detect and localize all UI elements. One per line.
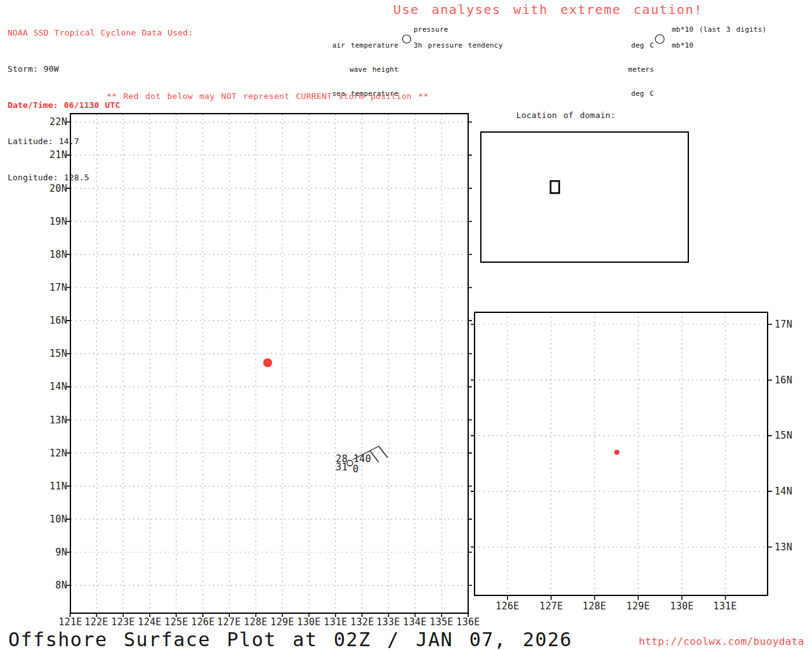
africa-coastline <box>481 176 511 222</box>
x-tick-label: 123E <box>111 616 135 628</box>
inset-x-tick-label: 128E <box>580 600 609 612</box>
inset-x-tick-label: 130E <box>667 600 697 612</box>
storm-id-line: Storm: 90W <box>8 63 193 75</box>
y-tick-label: 21N <box>41 149 67 161</box>
new-guinea-island <box>556 197 568 204</box>
x-tick-label: 128E <box>244 616 268 628</box>
palau-island <box>426 588 431 614</box>
java-island <box>542 202 547 203</box>
world-map-border <box>481 132 688 262</box>
inset-x-tick-label: 127E <box>537 600 566 612</box>
domain-rectangle <box>551 181 560 193</box>
units-legend-left: deg C meters deg C <box>603 26 654 106</box>
pressure-label: pressure <box>414 26 449 34</box>
australia-coastline <box>546 205 569 225</box>
inset-y-tick-label: 17N <box>775 319 804 330</box>
inset-map-gridlines-horizontal <box>475 324 768 547</box>
y-tick-label: 20N <box>41 183 67 194</box>
greenland-coastline <box>657 139 672 154</box>
bohol-island <box>145 519 164 536</box>
sri-lanka-island <box>527 192 528 193</box>
dinagat-island <box>191 505 195 521</box>
x-tick-label: 127E <box>217 616 241 628</box>
offshore-surface-plot-page: NOAA SSD Tropical Cyclone Data Used: Sto… <box>0 0 812 650</box>
inset-map-axis-ticks <box>471 324 772 600</box>
y-tick-label: 16N <box>41 315 67 326</box>
y-tick-label: 12N <box>41 448 67 459</box>
world-map-coastlines <box>481 139 688 250</box>
x-tick-label: 131E <box>324 616 348 628</box>
x-tick-label: 125E <box>164 616 188 628</box>
sumatra-island <box>535 194 542 202</box>
samar-leyte-coastline <box>157 433 192 519</box>
south-america-coastline <box>641 189 667 237</box>
sulawesi-island <box>549 196 552 201</box>
x-tick-label: 133E <box>376 616 400 628</box>
y-tick-label: 8N <box>41 580 67 591</box>
x-tick-label: 130E <box>297 616 321 628</box>
y-tick-label: 17N <box>41 282 67 293</box>
arctic-islands <box>487 139 650 146</box>
borneo-island <box>544 194 549 199</box>
eurasia-coastline <box>481 143 584 196</box>
x-tick-label: 135E <box>429 616 454 628</box>
units-degc2-label: deg C <box>603 90 654 98</box>
new-zealand-islands <box>577 222 583 231</box>
camiguin-island <box>166 544 171 549</box>
station-sea-temperature-value: 31 <box>329 461 348 473</box>
british-isles <box>686 157 688 161</box>
inset-y-tick-label: 16N <box>775 375 804 386</box>
y-tick-label: 9N <box>41 547 67 558</box>
mindanao-coastline <box>96 526 218 613</box>
main-map-axis-ticks <box>66 122 472 617</box>
units-meters-label: meters <box>603 66 654 74</box>
masbate-island <box>126 434 152 456</box>
x-tick-label: 132E <box>350 616 374 628</box>
storm-position-dot-inset <box>615 450 620 455</box>
sakhalin-island <box>563 158 564 163</box>
station-circle-icon <box>347 460 353 466</box>
red-dot-warning: ** Red dot below may NOT represent CURRE… <box>107 91 429 101</box>
north-america-coastline <box>591 144 659 185</box>
cebu-island <box>134 477 151 528</box>
babuyan-islands <box>73 203 95 227</box>
latitude-line: Latitude: 14.7 <box>8 135 193 147</box>
y-tick-label: 11N <box>41 481 67 492</box>
inset-x-tick-label: 129E <box>624 600 653 612</box>
legend-station-circle-icon <box>403 35 411 43</box>
y-tick-label: 18N <box>41 249 67 260</box>
mindoro-coastline <box>69 404 86 444</box>
legend-units-circle-icon <box>655 35 664 44</box>
inset-x-tick-label: 131E <box>710 600 740 612</box>
cuba-hispaniola <box>641 180 648 183</box>
catanduanes-island <box>151 385 159 399</box>
inset-x-tick-label: 126E <box>493 600 522 612</box>
inset-y-tick-label: 15N <box>775 430 804 441</box>
caution-banner: Use analyses with extreme caution! <box>393 2 703 17</box>
wave-height-label: wave height <box>316 66 398 74</box>
data-source-line: NOAA SSD Tropical Cyclone Data Used: <box>8 27 193 39</box>
inset-y-tick-label: 13N <box>775 541 804 553</box>
plot-title: Offshore Surface Plot at 02Z / JAN 07, 2… <box>8 628 572 650</box>
x-tick-label: 134E <box>403 616 427 628</box>
units-degc-label: deg C <box>603 42 654 50</box>
x-tick-label: 124E <box>138 616 162 628</box>
negros-island <box>108 491 131 551</box>
y-tick-label: 14N <box>41 381 67 392</box>
panay-island <box>94 459 126 505</box>
air-temperature-label: air temperature <box>316 42 398 50</box>
inset-map-coastlines <box>475 580 487 599</box>
y-tick-label: 10N <box>41 514 67 525</box>
y-tick-label: 19N <box>41 216 67 227</box>
marinduque-island <box>93 402 101 411</box>
antarctica-coastline <box>481 242 688 250</box>
siquijor-island <box>135 545 139 550</box>
x-tick-label: 129E <box>270 616 294 628</box>
source-url-link[interactable]: http://coolwx.com/buoydata <box>639 635 804 647</box>
luzon-coastline <box>69 233 154 426</box>
y-tick-label: 22N <box>41 116 67 128</box>
units-mb10-digits-label: mb*10 (last 3 digits) <box>672 26 766 34</box>
x-tick-label: 122E <box>84 616 108 628</box>
longitude-line: Longitude: 128.5 <box>8 171 193 183</box>
burias-island <box>121 416 128 429</box>
